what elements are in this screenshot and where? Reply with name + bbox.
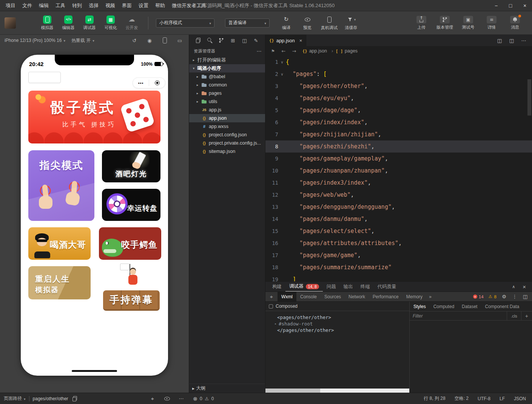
breadcrumb-nav-icon[interactable] [281, 48, 287, 54]
minimize-button[interactable]: − [489, 0, 503, 11]
editor-toolbar-icon[interactable] [521, 37, 527, 43]
indentation-setting[interactable]: 空格: 2 [455, 395, 469, 402]
device-selector[interactable]: iPhone 12/13 (Pro) 100% 16 [5, 38, 65, 43]
code-line[interactable]: 6 "pages/index/index", [265, 116, 532, 128]
menu-item[interactable]: 视频 [102, 0, 119, 11]
composed-checkbox[interactable] [269, 304, 273, 308]
debugger-panel-tab[interactable]: 构建 [268, 282, 285, 291]
tree-item[interactable]: app.wxss [189, 122, 265, 131]
code-line[interactable]: 11 "pages/index3/index", [265, 177, 532, 189]
code-line[interactable]: 5 "pages/dage/dage", [265, 104, 532, 116]
tile-dice-mode[interactable]: 骰子模式 比手气 拼技巧 [28, 91, 160, 143]
tree-item[interactable]: ▸ common [189, 81, 265, 89]
code-line[interactable]: 10 "pages/zhuanpan/zhuanpan", [265, 165, 532, 177]
simulator-toolbar-icon[interactable] [162, 37, 168, 43]
tile-bite-crocodile[interactable]: 咬手鳄鱼 [99, 227, 161, 260]
menu-item[interactable]: 文件 [19, 0, 35, 11]
statusbar-icon[interactable] [178, 396, 184, 402]
panel-toggle-button[interactable]: 模拟器 [39, 15, 56, 31]
cursor-position[interactable]: 行 8, 列 28 [424, 395, 445, 402]
tile-drinking-bro[interactable]: 喝酒大哥 [28, 227, 91, 260]
breadcrumb-item[interactable]: {} app.json › [302, 48, 336, 54]
tile-bar-light[interactable]: 酒吧灯光 [102, 150, 160, 182]
panel-toggle-button[interactable]: 云开发 [123, 15, 140, 31]
eol-setting[interactable]: LF [500, 395, 505, 402]
hot-reload-toggle[interactable]: 热重载 开 [71, 37, 94, 44]
capsule-home-button[interactable] [149, 80, 165, 85]
tree-item[interactable]: ▸ pages [189, 89, 265, 97]
explorer-toolbar-icon[interactable] [218, 37, 224, 43]
menu-item[interactable]: 选择 [85, 0, 102, 11]
encoding-setting[interactable]: UTF-8 [478, 395, 490, 402]
debugger-panel-tab[interactable]: 终端 [357, 282, 374, 291]
editor-toolbar-icon[interactable] [497, 37, 503, 43]
dom-node[interactable]: <pages/other/other> [268, 314, 407, 321]
code-line[interactable]: 3 "pages/other/other", [265, 80, 532, 92]
tile-lucky-wheel[interactable]: 幸运转盘 [102, 189, 160, 221]
breadcrumb-nav-icon[interactable] [291, 48, 297, 54]
scrollbar-thumb[interactable] [265, 389, 320, 393]
warning-count-badge[interactable]: 8 [488, 295, 497, 299]
avatar[interactable] [5, 17, 16, 29]
code-line[interactable]: 17 "pages/game/game", [265, 249, 532, 261]
devtools-tab[interactable]: Console [296, 292, 321, 301]
editor-tab-appjson[interactable]: {} app.json × [265, 35, 306, 46]
compile-action-button[interactable]: 预览 [300, 15, 315, 31]
dom-node[interactable]: ▸ #shadow-root [268, 321, 407, 327]
styles-tab[interactable]: Styles [410, 302, 430, 311]
devtools-icon[interactable] [522, 294, 528, 300]
toolbar-right-button[interactable]: 消息 [506, 16, 524, 30]
breadcrumb-item[interactable]: [ ] pages › [336, 48, 358, 54]
menu-item[interactable]: 转到 [69, 0, 85, 11]
toolbar-right-button[interactable]: 上传 [413, 16, 430, 30]
mode-select[interactable]: 小程序模式 [156, 19, 214, 28]
project-section[interactable]: ▾ 喝酒小程序 [189, 64, 265, 72]
simulator-toolbar-icon[interactable] [177, 37, 183, 43]
explorer-toolbar-icon[interactable] [253, 37, 259, 43]
code-line[interactable]: 1 ∨ { [265, 56, 532, 68]
compile-mode-select[interactable]: 普通编译 [225, 19, 270, 28]
outline-section[interactable]: ▸ 大纲 [189, 384, 265, 393]
tile-handheld-danmaku[interactable]: 手持弹幕 [101, 264, 162, 311]
code-line[interactable]: 14 "pages/danmu/danmu", [265, 213, 532, 225]
tree-item[interactable]: sitemap.json [189, 147, 265, 156]
page-path-selector[interactable]: 页面路径 [4, 395, 26, 402]
tabs-overflow-button[interactable]: » [426, 294, 434, 299]
code-line[interactable]: 13 "pages/dengguang/dengguang", [265, 201, 532, 213]
devtools-tab[interactable]: Performance [369, 292, 402, 301]
scrollbar[interactable] [527, 79, 531, 116]
menu-item[interactable]: 编辑 [35, 0, 52, 11]
explorer-toolbar-icon[interactable] [241, 37, 247, 43]
open-editors-section[interactable]: ▸ 打开的编辑器 [189, 56, 265, 64]
tile-restart-life[interactable]: 重启人生 模拟器 [28, 266, 91, 299]
tree-item[interactable]: project.config.json [189, 131, 265, 139]
fold-arrow[interactable]: ∨ [278, 60, 286, 64]
editor-toolbar-icon[interactable] [509, 37, 515, 43]
panel-toggle-button[interactable]: 可视化 [102, 15, 119, 31]
error-count-badge[interactable]: 14 [473, 295, 484, 299]
tree-item[interactable]: app.js [189, 106, 265, 114]
menu-item[interactable]: 设置 [135, 0, 152, 11]
menu-item[interactable]: 帮助 [152, 0, 168, 11]
simulator-toolbar-icon[interactable] [146, 37, 153, 43]
menu-item[interactable]: 界面 [119, 0, 135, 11]
tree-item[interactable]: project.private.config.js... [189, 139, 265, 147]
devtools-icon[interactable] [501, 294, 507, 300]
problems-indicator[interactable]: 0 0 [189, 396, 214, 401]
collapse-panel-button[interactable] [510, 284, 517, 290]
code-line[interactable]: 15 "pages/select/select", [265, 225, 532, 237]
menu-item[interactable]: 项目 [2, 0, 19, 11]
statusbar-icon[interactable] [150, 396, 156, 402]
tree-item[interactable]: app.json [189, 114, 265, 122]
devtools-tab[interactable]: Memory [402, 292, 426, 301]
explorer-toolbar-icon[interactable] [230, 37, 236, 43]
code-line[interactable]: 8 "pages/shezhi/shezhi", [265, 140, 532, 153]
code-line[interactable]: 2 ∨ "pages": [ [265, 68, 532, 80]
toggle-class-button[interactable]: .cls [507, 311, 521, 320]
fold-arrow[interactable]: ∨ [278, 72, 286, 76]
expand-arrow[interactable]: ▸ [274, 321, 278, 327]
toolbar-right-button[interactable]: 版本管理 [436, 16, 453, 30]
maximize-button[interactable]: □ [503, 0, 518, 11]
code-line[interactable]: 9 "pages/gameplay/gameplay", [265, 153, 532, 165]
devtools-icon[interactable] [512, 294, 518, 300]
